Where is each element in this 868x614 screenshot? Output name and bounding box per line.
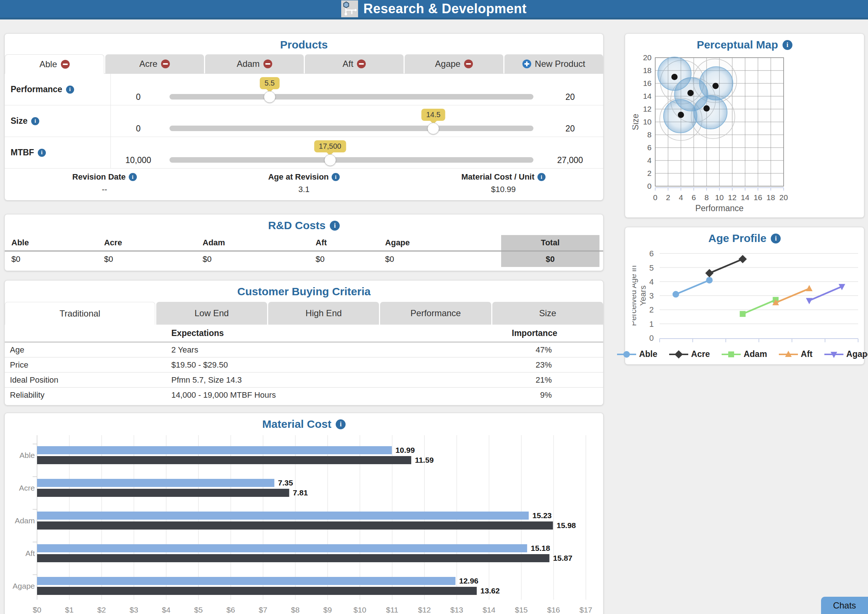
bar-value-new: 12.96 (459, 577, 478, 585)
cbc-col-expectations: Expectations (171, 328, 411, 338)
remove-product-icon[interactable] (357, 59, 366, 68)
rd-value-able: $0 (8, 252, 101, 267)
cbc-importance: 21% (405, 375, 603, 385)
cbc-tab-size[interactable]: Size (492, 302, 603, 325)
y-tick-label: 14 (643, 92, 652, 100)
info-icon[interactable]: i (66, 85, 74, 94)
product-tab-acre[interactable]: Acre (105, 54, 204, 73)
bar-old-aft (37, 554, 550, 562)
y-tick-label: 3 (649, 291, 654, 300)
info-icon[interactable]: i (538, 173, 546, 181)
info-icon[interactable]: i (771, 233, 781, 244)
x-tick-label: 20 (779, 193, 787, 202)
rd-value-acre: $0 (101, 252, 200, 267)
legend-item-aft[interactable]: Aft (779, 349, 812, 359)
x-tick-label: $9 (323, 606, 332, 614)
y-tick-label: 2 (649, 305, 654, 314)
remove-product-icon[interactable] (161, 59, 170, 68)
products-panel: Products AbleAcreAdamAftAgapeNew Product… (5, 33, 603, 201)
bar-new-agape (37, 577, 455, 585)
info-icon[interactable]: i (129, 173, 137, 181)
x-tick-label: $5 (194, 606, 203, 614)
product-tabs: AbleAcreAdamAftAgapeNew Product (5, 54, 603, 74)
x-tick-label: $2 (97, 606, 105, 614)
slider-track-size[interactable]: 14.5 (169, 126, 533, 131)
product-tab-new-product[interactable]: New Product (504, 54, 603, 73)
rd-col-total: Total (501, 235, 600, 250)
cbc-criterion: Ideal Position (5, 375, 171, 385)
y-tick-label: 4 (649, 277, 654, 286)
info-icon[interactable]: i (31, 117, 39, 125)
product-sliders: Performancei 0 5.5 20 Sizei 0 14.5 20 MT… (5, 74, 603, 169)
legend-item-agape[interactable]: Agape (825, 349, 868, 359)
y-tick-label: 4 (647, 156, 651, 165)
x-tick-label: 0 (653, 193, 657, 202)
bar-value-old: 15.98 (556, 521, 576, 530)
x-tick-label: $11 (386, 606, 398, 614)
slider-min-value: 0 (111, 124, 166, 134)
cbc-importance: 9% (405, 390, 603, 400)
cbc-tabs: TraditionalLow EndHigh EndPerformanceSiz… (5, 301, 603, 325)
cbc-expectation: 14,000 - 19,000 MTBF Hours (171, 390, 405, 400)
legend-item-adam[interactable]: Adam (722, 349, 767, 359)
cbc-tab-high-end[interactable]: High End (268, 302, 379, 325)
x-tick-label: 10 (715, 193, 724, 202)
slider-max-value: 20 (537, 124, 603, 134)
product-tab-aft[interactable]: Aft (305, 54, 403, 73)
rd-col-agape: Agape (382, 235, 501, 250)
x-tick-label: 2 (666, 193, 670, 202)
chats-button[interactable]: Chats (821, 597, 868, 614)
x-tick-label: 16 (753, 193, 762, 202)
info-icon[interactable]: i (783, 40, 792, 50)
cbc-importance: 47% (405, 345, 603, 355)
info-icon[interactable]: i (330, 221, 340, 231)
remove-product-icon[interactable] (264, 59, 272, 68)
y-tick-label: 6 (647, 143, 651, 152)
legend-item-acre[interactable]: Acre (669, 349, 710, 359)
age-profile-title-row: Age Profile i (625, 227, 864, 248)
cbc-panel: Customer Buying Criteria TraditionalLow … (5, 280, 603, 406)
y-tick-label: 6 (649, 249, 654, 258)
rd-costs-title-row: R&D Costs i (5, 215, 603, 235)
cbc-tab-low-end[interactable]: Low End (156, 302, 267, 325)
cbc-row-reliability: Reliability 14,000 - 19,000 MTBF Hours 9… (5, 388, 603, 402)
product-tab-agape[interactable]: Agape (405, 54, 503, 73)
info-icon[interactable]: i (336, 420, 346, 429)
slider-thumb-size[interactable] (428, 123, 439, 134)
cbc-expectation: $19.50 - $29.50 (171, 360, 405, 370)
material-cost-title-row: Material Cost i (5, 413, 603, 434)
product-tab-able[interactable]: Able (5, 54, 104, 74)
bar-value-old: 13.62 (480, 586, 500, 595)
x-tick-label: $6 (226, 606, 235, 614)
slider-track-performance[interactable]: 5.5 (169, 94, 533, 99)
x-tick-label: 4 (679, 193, 683, 202)
bar-old-able (37, 456, 411, 464)
cbc-tab-traditional[interactable]: Traditional (5, 302, 155, 325)
rd-col-aft: Aft (313, 235, 382, 250)
cbc-criterion: Reliability (5, 390, 171, 400)
age-profile-title: Age Profile (708, 232, 766, 244)
legend-item-able[interactable]: Able (617, 349, 657, 359)
x-tick-label: $4 (162, 606, 170, 614)
product-tab-adam[interactable]: Adam (205, 54, 304, 73)
cbc-tab-performance[interactable]: Performance (380, 302, 491, 325)
remove-product-icon[interactable] (464, 59, 473, 68)
slider-thumb-performance[interactable] (264, 91, 276, 103)
slider-thumb-mtbf[interactable] (324, 154, 336, 166)
remove-product-icon[interactable] (61, 60, 70, 69)
age-profile-legend: Able Acre Adam Aft Agape (625, 349, 864, 359)
fine-cut-circle (694, 95, 727, 129)
y-tick-label: 20 (643, 54, 651, 62)
add-product-icon[interactable] (522, 59, 531, 68)
perceptual-map-svg: 0022446688101012121414161618182020SizePe… (632, 54, 857, 216)
page-title: Research & Development (363, 1, 527, 17)
series-line-able (676, 280, 710, 294)
rd-col-acre: Acre (101, 235, 200, 250)
product-tab-label: New Product (535, 59, 585, 69)
slider-track-mtbf[interactable]: 17,500 (169, 157, 533, 163)
product-tab-label: Agape (435, 59, 460, 69)
info-icon[interactable]: i (332, 173, 340, 181)
info-icon[interactable]: i (38, 149, 46, 157)
cbc-row-ideal-position: Ideal Position Pfmn 5.7, Size 14.3 21% (5, 373, 603, 388)
y-tick-label: 2 (647, 169, 651, 177)
